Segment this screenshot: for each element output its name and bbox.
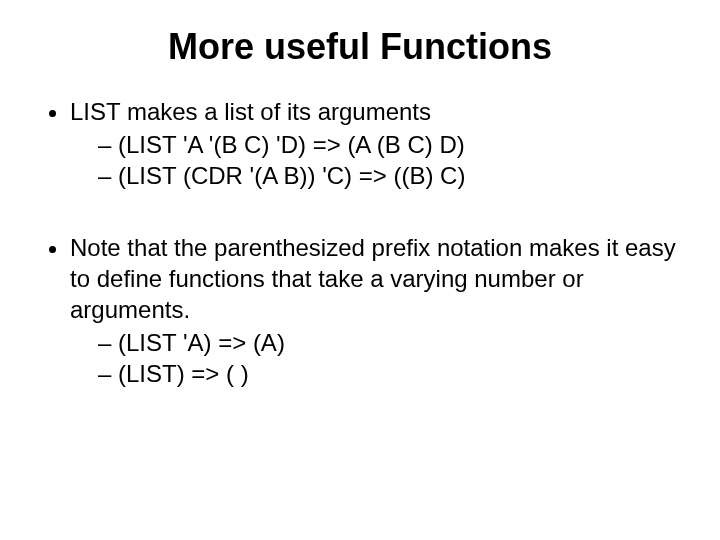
sub-bullet-text: (LIST) => ( ) [118,360,249,387]
bullet-text: LIST makes a list of its arguments [70,98,431,125]
list-item: (LIST 'A '(B C) 'D) => (A (B C) D) [98,129,680,160]
sub-list: (LIST 'A) => (A) (LIST) => ( ) [70,327,680,389]
bullet-text: Note that the parenthesized prefix notat… [70,234,676,323]
list-item: LIST makes a list of its arguments (LIST… [70,96,680,192]
bullet-list: LIST makes a list of its arguments (LIST… [40,96,680,390]
list-item: (LIST (CDR '(A B)) 'C) => ((B) C) [98,160,680,191]
list-item: Note that the parenthesized prefix notat… [70,232,680,390]
sub-bullet-text: (LIST 'A) => (A) [118,329,285,356]
sub-bullet-text: (LIST 'A '(B C) 'D) => (A (B C) D) [118,131,465,158]
sub-list: (LIST 'A '(B C) 'D) => (A (B C) D) (LIST… [70,129,680,191]
sub-bullet-text: (LIST (CDR '(A B)) 'C) => ((B) C) [118,162,465,189]
list-item: (LIST 'A) => (A) [98,327,680,358]
slide-title: More useful Functions [40,26,680,68]
slide: More useful Functions LIST makes a list … [0,0,720,540]
list-item: (LIST) => ( ) [98,358,680,389]
